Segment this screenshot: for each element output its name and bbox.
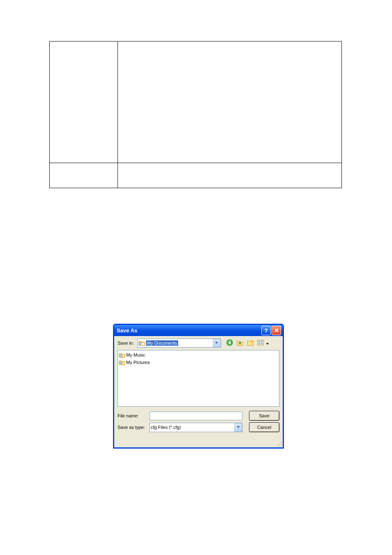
save-as-type-combo[interactable]: cfg Files (*.cfg)	[150, 423, 242, 432]
document-table	[49, 41, 342, 188]
back-arrow-icon	[226, 339, 233, 347]
resize-grip-icon	[277, 442, 282, 447]
save-in-row: Save in: My Documents	[114, 336, 283, 349]
close-button[interactable]	[272, 326, 281, 335]
close-icon	[274, 327, 279, 334]
cancel-button[interactable]: Cancel	[249, 422, 279, 432]
folder-icon	[138, 340, 145, 346]
svg-rect-4	[258, 341, 260, 342]
titlebar[interactable]: Save As ?	[114, 325, 283, 336]
up-one-level-button[interactable]	[235, 339, 244, 348]
new-folder-button[interactable]	[246, 339, 255, 348]
svg-point-13	[277, 445, 278, 446]
folder-icon	[119, 352, 125, 358]
svg-point-11	[279, 444, 280, 444]
dialog-footer: File name: Save Save as type: cfg Files …	[114, 408, 283, 435]
save-button-label: Save	[259, 413, 269, 418]
new-folder-icon	[247, 339, 254, 347]
svg-rect-7	[261, 343, 263, 344]
list-item-label: My Pictures	[126, 360, 150, 365]
help-icon: ?	[264, 327, 268, 334]
file-name-label: File name:	[118, 413, 146, 418]
resize-grip[interactable]	[277, 442, 282, 447]
file-list[interactable]: My Music My Pictures	[118, 350, 279, 407]
back-button[interactable]	[225, 339, 234, 348]
table-cell	[118, 41, 341, 163]
table-cell	[118, 163, 341, 188]
help-button[interactable]: ?	[261, 326, 271, 335]
list-item-label: My Music	[126, 352, 145, 357]
list-item[interactable]: My Music	[119, 351, 278, 359]
toolbar-nav	[225, 339, 270, 348]
views-dropdown[interactable]	[266, 341, 270, 345]
save-as-type-label: Save as type:	[118, 425, 146, 430]
svg-point-15	[281, 445, 281, 446]
save-in-selected: My Documents	[146, 340, 178, 346]
svg-point-12	[281, 444, 281, 444]
views-button[interactable]	[256, 339, 265, 348]
save-as-dialog: Save As ? Save in: My Documents	[113, 324, 284, 449]
save-in-combo[interactable]: My Documents	[137, 339, 221, 348]
svg-rect-5	[261, 341, 263, 342]
chevron-down-icon[interactable]	[213, 339, 221, 347]
save-as-type-value: cfg Files (*.cfg)	[151, 425, 181, 430]
save-in-label: Save in:	[118, 341, 134, 345]
svg-rect-6	[258, 343, 260, 344]
list-item[interactable]: My Pictures	[119, 359, 278, 366]
svg-rect-0	[139, 343, 141, 345]
folder-icon	[119, 359, 125, 366]
chevron-down-icon[interactable]	[234, 423, 242, 432]
table-cell	[50, 41, 118, 163]
folder-up-icon	[236, 339, 244, 347]
save-button[interactable]: Save	[249, 411, 279, 421]
table-cell	[50, 163, 118, 188]
dialog-title: Save As	[117, 327, 261, 334]
chevron-down-icon	[266, 341, 269, 345]
file-name-input[interactable]	[150, 412, 242, 420]
views-icon	[257, 339, 264, 347]
svg-rect-3	[258, 340, 263, 345]
cancel-button-label: Cancel	[257, 425, 271, 430]
svg-point-10	[281, 442, 281, 443]
svg-rect-8	[120, 355, 122, 357]
svg-point-14	[279, 445, 280, 446]
svg-rect-9	[120, 362, 122, 364]
